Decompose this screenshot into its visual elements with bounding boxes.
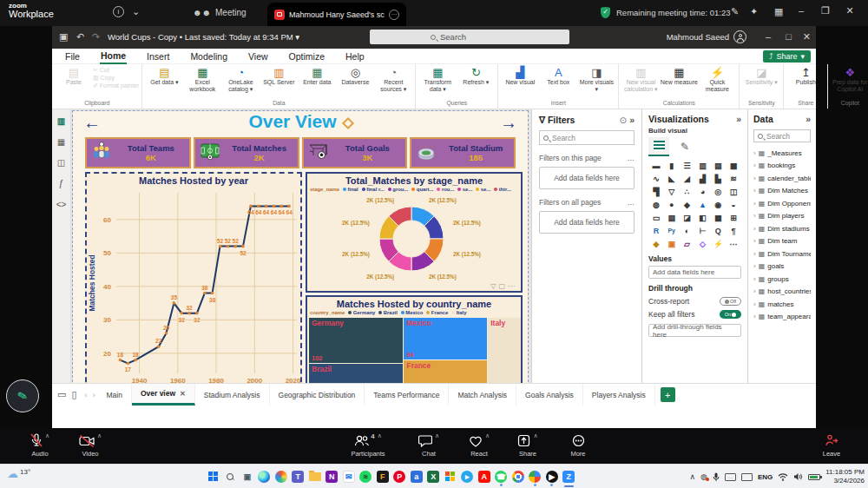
ribbon-button-sensitivity[interactable]: ◪Sensitivity ▾ xyxy=(742,65,780,86)
menu-item-modeling[interactable]: Modeling xyxy=(189,49,228,63)
ribbon-button-paste[interactable]: ▤Paste xyxy=(55,65,93,86)
leave-button[interactable]: Leave xyxy=(807,432,856,458)
shape-map-icon[interactable]: ◆ xyxy=(680,199,695,210)
ribbon-button-enter-data[interactable]: ▦Enter data xyxy=(298,65,336,86)
stacked-area-chart-icon[interactable]: ◢ xyxy=(680,173,695,184)
teams-icon[interactable]: T xyxy=(290,465,307,487)
expand-chevron-icon[interactable]: › xyxy=(753,212,756,220)
ribbon-button-new-visual-calculation[interactable]: ▥New visual calculation ▾ xyxy=(621,65,660,93)
data-field-dim-stadiums[interactable]: ›▦Dim stadiums xyxy=(753,222,811,235)
new-page-button[interactable]: + xyxy=(661,387,675,402)
menu-item-file[interactable]: File xyxy=(64,49,81,63)
ribbon-button-new-visual[interactable]: ▟New visual xyxy=(501,65,539,86)
annotation-pencil-button[interactable]: ✎ xyxy=(6,379,39,412)
media-player-icon[interactable]: ▶ xyxy=(543,465,561,487)
data-field-dim-matches[interactable]: ›▦Dim Matches xyxy=(753,185,811,198)
ribbon-button-recent-sources[interactable]: ◔Recent sources ▾ xyxy=(374,65,412,93)
dax-query-view-icon[interactable]: ƒ xyxy=(59,179,64,188)
page-tab-over-view[interactable]: Over view✕ xyxy=(132,384,195,406)
treemap-tile-germany[interactable]: Germany102 xyxy=(309,318,403,363)
keep-all-filters-toggle[interactable]: On xyxy=(720,310,741,319)
start-icon[interactable] xyxy=(205,465,222,487)
100-stacked-bar-chart-icon[interactable]: ▤ xyxy=(710,160,726,171)
arcgis-map-icon[interactable]: ◉ xyxy=(710,199,726,210)
more-visuals-icon[interactable]: ⋯ xyxy=(726,238,741,249)
ribbon-button-onelake-catalog[interactable]: ◔OneLake catalog ▾ xyxy=(221,65,260,93)
share-button[interactable]: ⤴ Share ▾ xyxy=(763,50,811,63)
ribbon-button-refresh[interactable]: ↻Refresh ▾ xyxy=(457,65,495,86)
menu-item-help[interactable]: Help xyxy=(345,49,365,63)
ribbon-button-text-box[interactable]: AText box xyxy=(539,65,577,86)
decomposition-tree-icon[interactable]: ⊢ xyxy=(695,225,711,236)
ribbon-button-dataverse[interactable]: ◎Dataverse xyxy=(336,65,374,86)
stacked-column-chart-icon[interactable]: ▮ xyxy=(664,160,680,171)
line-chart-visual[interactable]: Matches Hosted by year 20304050601940196… xyxy=(85,172,302,399)
python-visual-icon[interactable]: Py xyxy=(664,225,680,236)
weather-widget[interactable]: ☁ 13° xyxy=(7,468,30,479)
matrix-icon[interactable]: ⊞ xyxy=(726,212,741,223)
values-drop-zone[interactable]: Add data fields here xyxy=(648,266,741,279)
ribbon-button-copy[interactable]: ▥ Copy xyxy=(93,75,139,82)
table-view-icon[interactable]: ▦ xyxy=(57,137,65,147)
goals-icon[interactable]: ◈ xyxy=(648,238,664,249)
telegram-icon[interactable]: ▸ xyxy=(459,465,477,487)
data-field-goals[interactable]: ›▦goals xyxy=(753,260,811,274)
page-tab-goals-analysis[interactable]: Goals Analysis xyxy=(516,384,583,406)
edge-icon[interactable] xyxy=(256,465,273,487)
multi-row-card-icon[interactable]: ▤ xyxy=(664,212,680,223)
expand-chevron-icon[interactable]: › xyxy=(753,162,756,169)
expand-chevron-icon[interactable]: › xyxy=(753,225,756,233)
expand-chevron-icon[interactable]: › xyxy=(753,250,756,258)
more-options-icon[interactable]: … xyxy=(628,198,635,207)
build-visual-tab[interactable] xyxy=(648,137,669,156)
touchpad-icon[interactable] xyxy=(741,473,753,481)
ribbon-button-cut[interactable]: ✂ Cut xyxy=(93,67,139,74)
battery-icon[interactable] xyxy=(808,474,820,480)
data-search-box[interactable]: Search xyxy=(753,129,811,142)
eye-icon[interactable]: ⊙ xyxy=(619,115,627,125)
filled-map-icon[interactable]: ● xyxy=(664,199,680,210)
add-fields-drop-zone[interactable]: Add data fields here xyxy=(539,167,635,189)
expand-chevron-icon[interactable]: › xyxy=(753,187,756,195)
mobile-layout-icon[interactable]: ▯ xyxy=(71,389,76,400)
expand-chevron-icon[interactable]: › xyxy=(753,275,756,283)
dark-app-icon[interactable]: F xyxy=(374,465,391,487)
expand-chevron-icon[interactable]: › xyxy=(753,262,756,270)
power-automate-icon[interactable]: ⚡ xyxy=(710,238,726,249)
shared-screen-tab[interactable]: Mahmoud Hany Saeed's screen ⋯ xyxy=(267,3,406,26)
report-canvas[interactable]: ← Over View → Total Teams6KTotal Matches… xyxy=(73,111,528,403)
100-stacked-column-chart-icon[interactable]: ▦ xyxy=(726,160,741,171)
funnel-chart-icon[interactable]: ▽ xyxy=(664,186,680,197)
r-script-visual-icon[interactable]: R xyxy=(648,225,664,236)
menu-item-insert[interactable]: Insert xyxy=(146,49,170,63)
hidden-icons-chevron[interactable]: ∧ xyxy=(689,472,695,481)
treemap-icon[interactable]: ◫ xyxy=(726,186,741,197)
table-icon[interactable]: ▦ xyxy=(710,212,726,223)
save-icon[interactable]: ▣ xyxy=(59,31,68,43)
page-tab-stadium-analysis[interactable]: Stadium Analysis xyxy=(195,384,270,406)
slicer-icon[interactable]: ◧ xyxy=(695,212,711,223)
video-button[interactable]: ∧Video xyxy=(62,432,118,458)
chrome-icon[interactable] xyxy=(510,465,527,487)
info-icon[interactable]: i xyxy=(113,6,124,17)
expand-chevron-icon[interactable]: › xyxy=(753,175,756,182)
annotate-pen-icon[interactable]: ✎ xyxy=(731,6,739,17)
zoom-close-button[interactable]: ✕ xyxy=(840,5,859,16)
data-field-dim-players[interactable]: ›▦Dim players xyxy=(753,210,811,223)
waterfall-chart-icon[interactable]: ▜ xyxy=(648,186,664,197)
language-indicator[interactable]: ENG xyxy=(758,473,773,481)
copilot-icon[interactable] xyxy=(273,465,290,487)
visual-corner-icons[interactable]: ▽▢⋯ xyxy=(490,282,517,290)
page-tab-geographic-distribution[interactable]: Geographic Distribution xyxy=(270,384,365,406)
onenote-icon[interactable]: N xyxy=(324,465,341,487)
search-icon[interactable] xyxy=(222,465,240,487)
document-title[interactable]: World Cups - Copy • Last saved: Today at… xyxy=(108,32,299,42)
cross-report-toggle[interactable]: Off xyxy=(720,297,741,306)
spotify-icon[interactable]: ≈ xyxy=(358,465,375,487)
ribbon-button-more-visuals[interactable]: ◨More visuals ▾ xyxy=(577,65,615,93)
clustered-column-chart-icon[interactable]: ▥ xyxy=(695,160,711,171)
data-field-dim-opponent[interactable]: ›▦Dim Opponent xyxy=(753,197,811,210)
data-field-_measures[interactable]: ›▦_Measures xyxy=(753,147,811,160)
expand-chevron-icon[interactable]: › xyxy=(753,313,756,320)
pie-chart-icon[interactable]: ◕ xyxy=(695,186,711,197)
